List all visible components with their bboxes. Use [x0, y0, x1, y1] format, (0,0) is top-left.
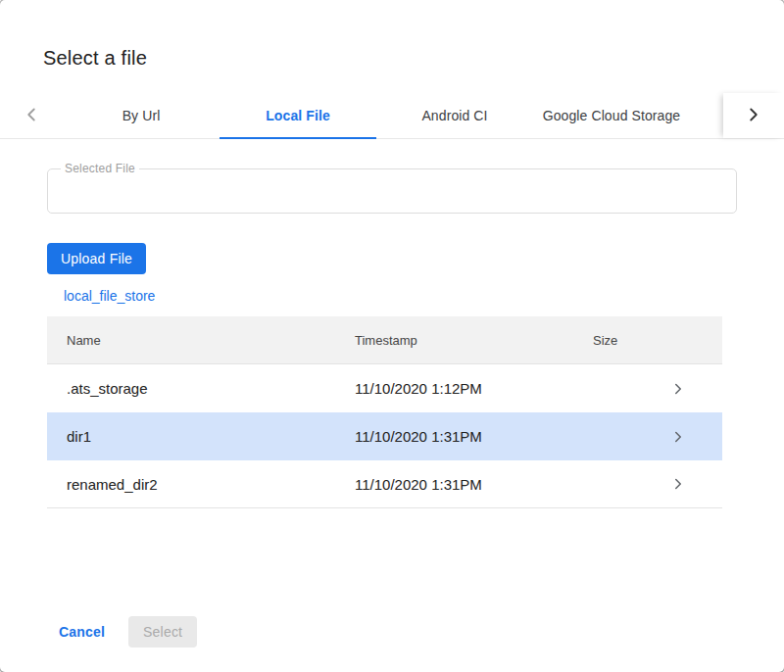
select-button[interactable]: Select [128, 616, 197, 648]
row-timestamp: 11/10/2020 1:31PM [355, 476, 593, 493]
chevron-right-icon[interactable] [634, 380, 722, 398]
tab-label: By Url [122, 108, 161, 123]
row-name: dir1 [47, 428, 355, 445]
dialog-title: Select a file [43, 46, 784, 70]
chevron-right-icon[interactable] [634, 428, 722, 446]
row-name: .ats_storage [47, 380, 355, 397]
tab-by-url[interactable]: By Url [63, 93, 220, 138]
tabs-prev-button[interactable] [0, 93, 63, 138]
active-tab-ink-bar [220, 137, 376, 139]
column-header-name: Name [47, 333, 355, 348]
tabs-next-button[interactable] [723, 93, 784, 138]
tab-label: Local File [266, 108, 330, 123]
column-header-size: Size [593, 333, 634, 348]
column-header-timestamp: Timestamp [355, 333, 593, 348]
table-row[interactable]: renamed_dir2 11/10/2020 1:31PM [47, 460, 722, 508]
tab-label: Google Cloud Storage [543, 108, 681, 123]
table-row[interactable]: .ats_storage 11/10/2020 1:12PM [47, 364, 722, 412]
row-timestamp: 11/10/2020 1:12PM [355, 380, 593, 397]
chevron-left-icon [21, 104, 42, 128]
tab-panel-local-file: Selected File Upload File local_file_sto… [0, 139, 784, 672]
cancel-button[interactable]: Cancel [43, 616, 121, 648]
tab-local-file[interactable]: Local File [220, 93, 376, 138]
tab-google-cloud-storage[interactable]: Google Cloud Storage [533, 93, 690, 138]
select-file-dialog: Select a file By Url Local File Android … [0, 0, 784, 672]
table-row-selected[interactable]: dir1 11/10/2020 1:31PM [47, 412, 722, 460]
chevron-right-icon [743, 104, 764, 128]
chevron-right-icon[interactable] [634, 475, 722, 493]
upload-file-button[interactable]: Upload File [47, 243, 146, 274]
selected-file-label: Selected File [61, 162, 139, 175]
row-timestamp: 11/10/2020 1:31PM [355, 428, 593, 445]
tab-bar: By Url Local File Android CI Google Clou… [0, 93, 784, 139]
tab-bar-spacer [690, 93, 723, 138]
tab-label: Android CI [421, 108, 487, 123]
local-file-store-link[interactable]: local_file_store [64, 288, 155, 304]
tab-android-ci[interactable]: Android CI [376, 93, 533, 138]
selected-file-input[interactable] [48, 169, 736, 213]
selected-file-field: Selected File [47, 168, 737, 214]
dialog-actions: Cancel Select [43, 606, 741, 648]
file-table: Name Timestamp Size .ats_storage 11/10/2… [47, 316, 722, 508]
table-header-row: Name Timestamp Size [47, 316, 722, 364]
row-name: renamed_dir2 [47, 476, 355, 493]
